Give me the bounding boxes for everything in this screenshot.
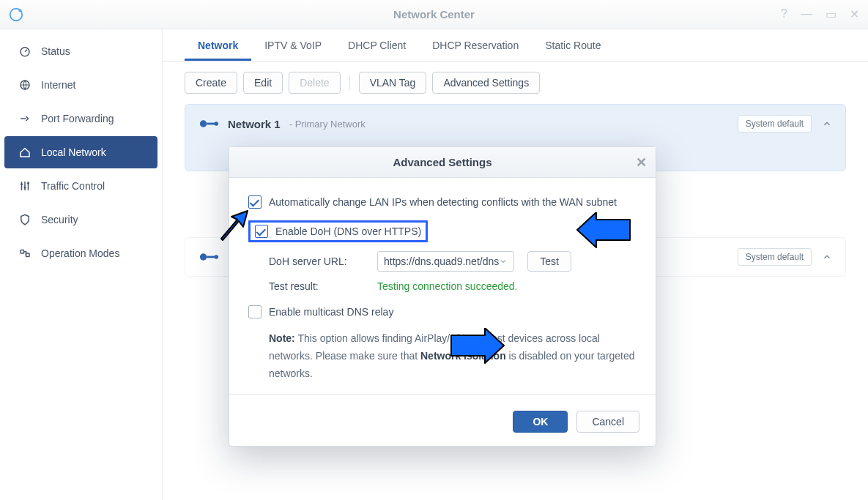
app-icon (7, 6, 25, 23)
svg-point-4 (21, 183, 23, 185)
delete-button: Delete (289, 72, 340, 94)
test-button[interactable]: Test (527, 251, 571, 272)
vlan-tag-button[interactable]: VLAN Tag (359, 72, 427, 94)
window-titlebar: Network Center ? — ▭ ✕ (0, 0, 868, 29)
cancel-button[interactable]: Cancel (576, 411, 639, 433)
doh-highlight-annotation: Enable DoH (DNS over HTTPS) (248, 220, 428, 242)
test-result-value: Testing connection succeeded. (377, 280, 517, 292)
sidebar-item-traffic-control[interactable]: Traffic Control (4, 170, 157, 202)
chevron-up-icon[interactable] (822, 252, 832, 262)
sidebar: Status Internet Port Forwarding Local Ne… (0, 29, 163, 500)
gauge-icon (18, 44, 32, 59)
enable-doh-label: Enable DoH (DNS over HTTPS) (275, 225, 421, 237)
create-button[interactable]: Create (185, 72, 237, 94)
sidebar-item-label: Status (41, 45, 70, 57)
minimize-icon[interactable]: — (798, 6, 815, 23)
maximize-icon[interactable]: ▭ (823, 6, 839, 23)
tab-dhcp-reservation[interactable]: DHCP Reservation (419, 31, 532, 61)
modes-icon (18, 246, 32, 261)
auto-lan-checkbox[interactable] (248, 195, 261, 209)
network-node-icon (199, 252, 219, 262)
sidebar-item-local-network[interactable]: Local Network (4, 136, 157, 168)
svg-point-12 (200, 253, 207, 260)
dialog-title: Advanced Settings (393, 156, 492, 168)
sliders-icon (18, 179, 32, 193)
edit-button[interactable]: Edit (243, 72, 283, 94)
svg-point-14 (214, 255, 218, 259)
advanced-settings-dialog: Advanced Settings ✕ Automatically change… (229, 146, 656, 447)
svg-point-9 (200, 120, 207, 127)
doh-url-select[interactable]: https://dns.quad9.net/dns (377, 251, 514, 272)
note-text: Note: This option allows finding AirPlay… (248, 323, 637, 382)
sidebar-item-label: Security (41, 214, 78, 225)
auto-lan-label: Automatically change LAN IPs when detect… (269, 196, 617, 208)
doh-url-label: DoH server URL: (269, 255, 364, 267)
home-network-icon (18, 145, 32, 160)
enable-doh-checkbox[interactable] (255, 225, 268, 238)
chevron-up-icon[interactable] (822, 119, 832, 129)
tabs: Network IPTV & VoIP DHCP Client DHCP Res… (163, 29, 868, 61)
ok-button[interactable]: OK (513, 411, 568, 433)
network-subtitle: - Primary Network (289, 119, 366, 130)
multicast-dns-label: Enable multicast DNS relay (269, 306, 393, 318)
window-title: Network Center (393, 8, 475, 20)
sidebar-item-status[interactable]: Status (4, 35, 157, 67)
network-name: Network 1 (228, 118, 281, 130)
sidebar-item-label: Internet (41, 79, 75, 91)
tab-iptv-voip[interactable]: IPTV & VoIP (251, 31, 335, 61)
svg-point-1 (18, 9, 21, 12)
note-prefix: Note: (269, 332, 295, 344)
network-node-icon (199, 119, 219, 129)
sidebar-item-operation-modes[interactable]: Operation Modes (4, 237, 157, 269)
tab-static-route[interactable]: Static Route (532, 31, 614, 61)
dialog-header: Advanced Settings ✕ (229, 147, 656, 178)
multicast-dns-checkbox[interactable] (248, 305, 261, 318)
doh-url-value: https://dns.quad9.net/dns (384, 255, 499, 267)
svg-point-5 (24, 187, 26, 189)
sidebar-item-internet[interactable]: Internet (4, 69, 157, 101)
sidebar-item-label: Operation Modes (41, 247, 119, 259)
sidebar-item-security[interactable]: Security (4, 204, 157, 236)
svg-point-11 (214, 122, 218, 126)
shield-icon (18, 212, 32, 227)
svg-rect-7 (21, 250, 24, 254)
globe-icon (18, 78, 32, 92)
tab-network[interactable]: Network (185, 31, 251, 61)
toolbar-divider (349, 75, 350, 90)
test-result-label: Test result: (269, 280, 364, 292)
forward-icon (18, 111, 32, 126)
chevron-down-icon (499, 257, 508, 266)
advanced-settings-button[interactable]: Advanced Settings (432, 72, 540, 94)
sidebar-item-label: Traffic Control (41, 180, 105, 192)
system-default-tag: System default (738, 115, 812, 133)
toolbar: Create Edit Delete VLAN Tag Advanced Set… (163, 61, 868, 104)
sidebar-item-label: Port Forwarding (41, 113, 114, 124)
svg-point-6 (27, 182, 29, 184)
tab-dhcp-client[interactable]: DHCP Client (335, 31, 419, 61)
help-icon[interactable]: ? (778, 6, 790, 23)
system-default-tag: System default (738, 248, 812, 266)
dialog-close-icon[interactable]: ✕ (636, 154, 647, 171)
close-icon[interactable]: ✕ (847, 6, 862, 23)
sidebar-item-port-forwarding[interactable]: Port Forwarding (4, 102, 157, 135)
sidebar-item-label: Local Network (41, 146, 106, 158)
